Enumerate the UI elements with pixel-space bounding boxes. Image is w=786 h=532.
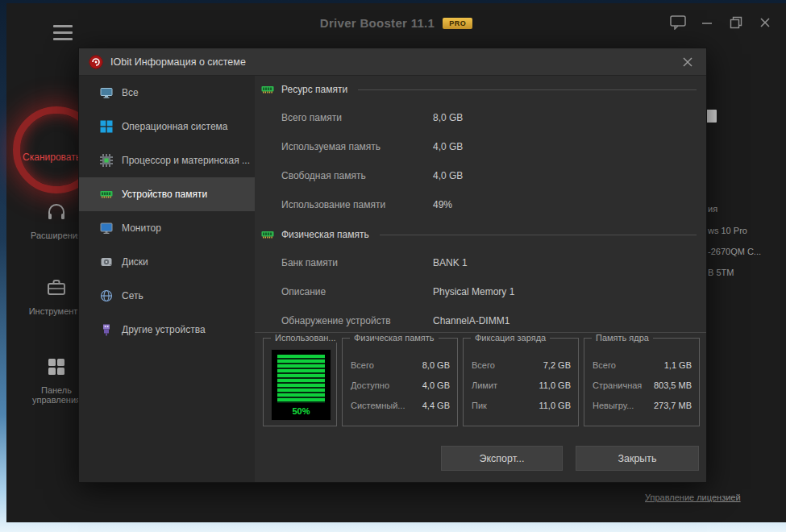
dialog-title: IObit Информация о системе (110, 56, 246, 68)
ram-icon (100, 188, 113, 201)
monitor-icon (100, 222, 113, 235)
info-label: Описание (281, 286, 326, 297)
stat-row: Лимит11,0 GB (472, 380, 571, 392)
stat-label: Страничная (593, 380, 642, 390)
background-text-fragment: ия (708, 204, 717, 214)
app-title: Driver Booster 11.1 (320, 16, 435, 30)
window-controls (670, 15, 773, 31)
grid-icon (46, 356, 67, 377)
info-label: Использование памяти (281, 199, 385, 210)
info-label: Банк памяти (281, 257, 338, 268)
groupbox-title: Фиксация заряда (471, 333, 550, 343)
stat-value: 4,0 GB (422, 380, 450, 390)
stat-label: Лимит (472, 380, 497, 390)
info-row: Используемая память 4,0 GB (255, 141, 697, 154)
nav-item-memory-device[interactable]: Устройство памяти (79, 177, 255, 211)
info-value: 49% (433, 199, 452, 210)
restore-icon[interactable] (728, 15, 744, 31)
stat-value: 1,1 GB (664, 360, 692, 370)
network-icon (100, 289, 113, 302)
nav-item-all[interactable]: Все (79, 76, 255, 110)
computer-icon (100, 86, 113, 99)
stat-row: Всего7,2 GB (472, 360, 571, 372)
close-button[interactable]: Закрыть (576, 446, 699, 471)
info-value: 8,0 GB (433, 112, 463, 123)
info-label: Всего памяти (281, 112, 342, 123)
iobit-logo-icon (89, 55, 103, 69)
groupbox-physical-memory: Физическая память Всего8,0 GB Доступно4,… (342, 338, 458, 426)
nav-item-monitor[interactable]: Монитор (79, 211, 255, 245)
stat-row: Доступно4,0 GB (351, 380, 450, 392)
section-header-physical-memory: Физическая память (261, 228, 697, 241)
usb-device-icon (100, 323, 113, 336)
stat-value: 11,0 GB (539, 380, 571, 390)
close-icon[interactable] (757, 15, 773, 31)
windows-icon (100, 120, 113, 133)
cpu-icon (100, 154, 113, 167)
ram-icon (261, 228, 274, 241)
nav-item-label: Монитор (122, 222, 161, 234)
nav-item-label: Процессор и материнская ... (122, 155, 250, 166)
stat-value: 8,0 GB (422, 360, 450, 370)
stat-label: Пик (472, 401, 487, 410)
stats-panel: Использован... 50% Физическая память Все… (255, 332, 706, 432)
info-value: Physical Memory 1 (433, 286, 514, 297)
nav-item-label: Другие устройства (122, 324, 206, 335)
section-header-memory-resource: Ресурс памяти (261, 83, 697, 96)
app-window: Driver Booster 11.1 PRO Сканировать Расш… (6, 3, 786, 522)
nav-item-operating-system[interactable]: Операционная система (79, 110, 255, 143)
groupbox-kernel-memory: Память ядра Всего1,1 GB Страничная803,5 … (584, 338, 700, 426)
minimize-icon[interactable] (699, 15, 715, 31)
groupbox-title: Память ядра (592, 333, 653, 343)
ram-icon (261, 83, 274, 96)
section-title: Физическая память (281, 229, 369, 240)
export-button[interactable]: Экспорт... (441, 446, 563, 471)
memory-usage-gauge: 50% (271, 349, 331, 421)
info-value: 4,0 GB (433, 170, 463, 181)
info-label: Используемая память (281, 141, 381, 152)
disk-icon (100, 256, 113, 268)
stat-label: Системный... (351, 401, 405, 410)
gauge-percent: 50% (272, 406, 331, 416)
stat-value: 273,7 MB (654, 401, 692, 410)
nav-item-label: Все (122, 87, 139, 98)
nav-item-label: Диски (122, 256, 148, 268)
dialog-content: Ресурс памяти Всего памяти 8,0 GB Исполь… (255, 76, 706, 482)
info-row: Обнаружение устройств ChannelA-DIMM1 (255, 315, 697, 328)
background-text-fragment: B 5TM (708, 268, 734, 277)
nav-item-disks[interactable]: Диски (79, 245, 255, 279)
feedback-icon[interactable] (670, 15, 686, 31)
dialog-nav: Все Операционная система Процессор и мат… (79, 76, 255, 482)
scrollbar-thumb[interactable] (706, 110, 717, 123)
stat-label: Всего (351, 360, 374, 370)
stat-value: 803,5 MB (654, 380, 692, 390)
info-label: Обнаружение устройств (281, 315, 391, 326)
stat-value: 4,4 GB (422, 401, 450, 410)
dialog-header: IObit Информация о системе (79, 48, 706, 76)
stat-value: 7,2 GB (543, 360, 571, 370)
background-text-fragment: ws 10 Pro (708, 226, 747, 235)
section-title: Ресурс памяти (281, 84, 347, 95)
license-management-link[interactable]: Управление лицензией (645, 493, 741, 502)
nav-item-network[interactable]: Сеть (79, 279, 255, 313)
hamburger-menu-icon[interactable] (53, 25, 73, 40)
stat-label: Всего (472, 360, 495, 370)
toolbox-icon (46, 277, 67, 298)
info-label: Свободная память (281, 170, 366, 181)
nav-item-cpu-motherboard[interactable]: Процессор и материнская ... (79, 143, 255, 177)
headphones-icon (46, 202, 67, 222)
stat-value: 11,0 GB (539, 401, 571, 410)
nav-item-label: Сеть (122, 290, 143, 301)
pro-badge: PRO (443, 18, 472, 29)
groupbox-title: Физическая память (350, 333, 439, 343)
info-row: Свободная память 4,0 GB (255, 170, 697, 183)
nav-item-label: Операционная система (122, 121, 228, 132)
groupbox-usage: Использован... 50% (263, 338, 337, 426)
gauge-bars (277, 355, 325, 403)
info-row: Банк памяти BANK 1 (255, 257, 697, 270)
nav-item-other-devices[interactable]: Другие устройства (79, 313, 255, 347)
stat-row: Невыгру...273,7 MB (593, 401, 692, 412)
stat-row: Страничная803,5 MB (593, 380, 692, 392)
dialog-close-icon[interactable] (679, 53, 697, 71)
stat-label: Доступно (351, 380, 389, 390)
